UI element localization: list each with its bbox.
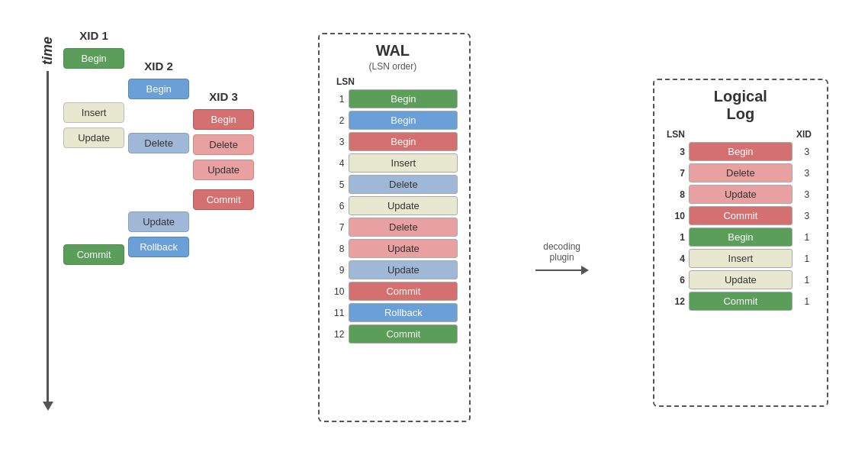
- arrowhead: [581, 266, 589, 275]
- xid2-title: XID 2: [144, 60, 173, 73]
- time-arrow-line: [47, 71, 49, 403]
- logical-xid-cell: 3: [796, 189, 818, 200]
- logical-table: 3 Begin 3 7 Delete 3 8 Update 3 10 Commi…: [664, 142, 818, 313]
- wal-row: 5 Delete: [327, 175, 458, 194]
- wal-row: 11 Rollback: [327, 303, 458, 322]
- logical-op-cell: Commit: [689, 206, 792, 225]
- wal-op-cell: Begin: [349, 89, 458, 108]
- wal-row: 8 Update: [327, 239, 458, 258]
- wal-op-cell: Begin: [349, 111, 458, 130]
- wal-op-cell: Update: [349, 239, 458, 258]
- logical-row: 10 Commit 3: [664, 206, 818, 225]
- xid-columns: XID 1 Begin Insert Update Commit XID 2 B…: [63, 29, 254, 269]
- logical-op-cell: Begin: [689, 228, 792, 247]
- wal-row: 1 Begin: [327, 89, 458, 108]
- wal-title: WAL: [376, 42, 410, 60]
- wal-op-cell: Commit: [349, 324, 458, 344]
- wal-lsn-cell: 12: [327, 329, 344, 340]
- xid2-update: Update: [128, 211, 189, 232]
- logical-log-section: Logical Log LSN XID 3 Begin 3 7 Delete 3…: [653, 79, 828, 407]
- logical-lsn-cell: 1: [664, 232, 685, 243]
- xid1-column: XID 1 Begin Insert Update Commit: [63, 29, 124, 269]
- xid3-begin: Begin: [193, 109, 254, 130]
- wal-lsn-cell: 5: [327, 179, 344, 190]
- xid2-delete: Delete: [128, 133, 189, 153]
- logical-op-cell: Update: [689, 185, 792, 204]
- logical-xid-cell: 1: [796, 253, 818, 264]
- wal-row: 12 Commit: [327, 324, 458, 344]
- wal-row: 10 Commit: [327, 282, 458, 301]
- wal-op-cell: Update: [349, 260, 458, 279]
- decode-arrow: [535, 266, 589, 275]
- xid2-column: XID 2 Begin Delete Update Rollback: [128, 60, 189, 262]
- wal-lsn-cell: 4: [327, 158, 344, 169]
- logical-row: 3 Begin 3: [664, 142, 818, 161]
- wal-table: 1 Begin 2 Begin 3 Begin 4 Insert 5 Delet…: [327, 89, 458, 346]
- wal-op-cell: Insert: [349, 153, 458, 173]
- wal-op-cell: Delete: [349, 175, 458, 194]
- arrow-line: [535, 269, 581, 271]
- logical-op-cell: Insert: [689, 249, 792, 268]
- logical-lsn-cell: 7: [664, 168, 685, 179]
- logical-lsn-cell: 12: [664, 296, 685, 307]
- xid2-rollback: Rollback: [128, 237, 189, 257]
- xid3-update: Update: [193, 160, 254, 180]
- logical-row: 7 Delete 3: [664, 163, 818, 182]
- main-container: time XID 1 Begin Insert Update Commit XI…: [0, 0, 868, 455]
- wal-lsn-cell: 8: [327, 244, 344, 254]
- logical-xid-cell: 3: [796, 147, 818, 157]
- wal-lsn-cell: 3: [327, 137, 344, 147]
- timeline-section: time XID 1 Begin Insert Update Commit XI…: [40, 29, 254, 426]
- logical-lsn-cell: 8: [664, 189, 685, 200]
- logical-xid-cell: 1: [796, 296, 818, 307]
- logical-log-title: Logical Log: [714, 88, 767, 123]
- logical-xid-cell: 3: [796, 168, 818, 179]
- logical-row: 8 Update 3: [664, 185, 818, 204]
- logical-lsn-cell: 4: [664, 253, 685, 264]
- logical-op-cell: Begin: [689, 142, 792, 161]
- wal-op-cell: Commit: [349, 282, 458, 301]
- xid1-update: Update: [63, 127, 124, 148]
- wal-lsn-cell: 2: [327, 115, 344, 126]
- logical-row: 1 Begin 1: [664, 228, 818, 247]
- logical-lsn-cell: 3: [664, 147, 685, 157]
- wal-op-cell: Update: [349, 196, 458, 215]
- wal-subtitle: (LSN order): [369, 61, 417, 72]
- logical-op-cell: Commit: [689, 292, 792, 311]
- logical-xid-cell: 3: [796, 211, 818, 221]
- decode-arrow-wrapper: decoding plugin: [535, 241, 589, 275]
- wal-row: 2 Begin: [327, 111, 458, 130]
- wal-row: 3 Begin: [327, 132, 458, 151]
- wal-op-cell: Begin: [349, 132, 458, 151]
- logical-xid-cell: 1: [796, 232, 818, 243]
- decode-label: decoding plugin: [543, 241, 580, 263]
- logical-xid-cell: 1: [796, 275, 818, 286]
- wal-op-cell: Rollback: [349, 303, 458, 322]
- wal-section: WAL (LSN order) LSN 1 Begin 2 Begin 3 Be…: [318, 33, 471, 422]
- logical-row: 4 Insert 1: [664, 249, 818, 268]
- logical-op-cell: Update: [689, 270, 792, 289]
- wal-op-cell: Delete: [349, 218, 458, 237]
- xid1-insert: Insert: [63, 102, 124, 123]
- wal-lsn-header: LSN: [336, 76, 353, 87]
- logical-xid-col-header: XID: [796, 129, 818, 140]
- logical-row: 12 Commit 1: [664, 292, 818, 311]
- wal-row: 9 Update: [327, 260, 458, 279]
- wal-lsn-cell: 1: [327, 94, 344, 105]
- logical-lsn-col-header: LSN: [664, 129, 685, 140]
- logical-row: 6 Update 1: [664, 270, 818, 289]
- logical-lsn-cell: 10: [664, 211, 685, 221]
- wal-lsn-cell: 7: [327, 222, 344, 233]
- wal-row: 4 Insert: [327, 153, 458, 173]
- logical-header-row: LSN XID: [664, 129, 818, 140]
- xid3-title: XID 3: [209, 90, 238, 103]
- wal-row: 6 Update: [327, 196, 458, 215]
- wal-lsn-cell: 9: [327, 265, 344, 276]
- xid3-delete: Delete: [193, 134, 254, 155]
- wal-lsn-cell: 6: [327, 201, 344, 211]
- xid1-title: XID 1: [79, 29, 108, 42]
- xid2-begin: Begin: [128, 79, 189, 99]
- xid3-commit: Commit: [193, 189, 254, 210]
- xid3-column: XID 3 Begin Delete Update Commit: [193, 90, 254, 215]
- logical-op-cell: Delete: [689, 163, 792, 182]
